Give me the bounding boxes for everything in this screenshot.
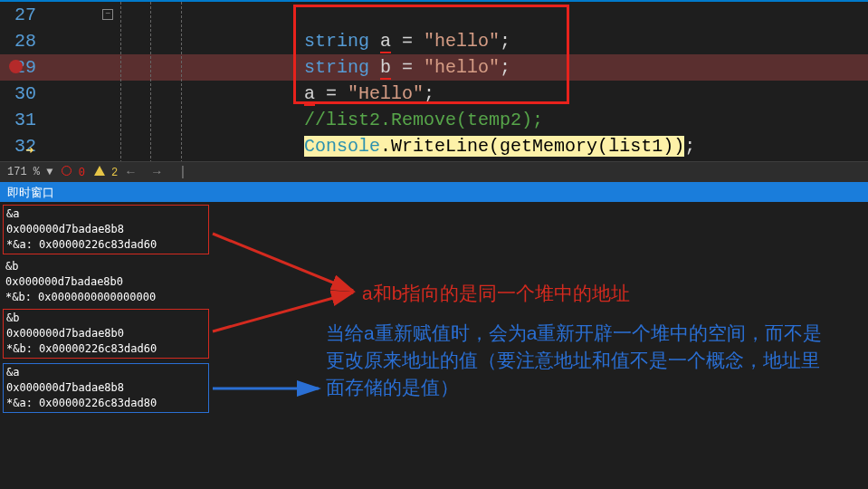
- line-number: 31: [0, 110, 42, 130]
- error-count[interactable]: 0: [62, 166, 84, 179]
- immediate-window-title[interactable]: 即时窗口: [0, 182, 868, 202]
- line-number: 28: [0, 31, 42, 52]
- memory-block-a-before: &a 0x000000d7badae8b8 *&a: 0x00000226c83…: [3, 205, 209, 254]
- annotation-text-blue: 当给a重新赋值时，会为a重新开辟一个堆中的空间，而不是更改原来地址的值（要注意地…: [326, 320, 833, 401]
- annotation-arrow-blue-icon: [208, 379, 326, 406]
- editor-statusbar: 171 % ▼ 0 2 ← → |: [0, 161, 868, 182]
- svg-line-0: [213, 234, 353, 291]
- immediate-window[interactable]: &a 0x000000d7badae8b8 *&a: 0x00000226c83…: [0, 202, 868, 489]
- memory-block-b-after: &b 0x000000d7badae8b0 *&b: 0x00000226c83…: [3, 309, 209, 359]
- zoom-level[interactable]: 171 % ▼: [7, 166, 52, 178]
- annotation-text-red: a和b指向的是同一个堆中的地址: [362, 280, 630, 307]
- current-line-arrow-icon: ➜: [25, 142, 33, 159]
- annotation-arrow-red-icon: [208, 220, 367, 302]
- indentation-guides: [116, 2, 202, 161]
- fold-icon[interactable]: −: [102, 9, 113, 20]
- line-number: 32: [0, 136, 42, 157]
- annotation-box-red: [293, 5, 569, 104]
- warning-icon: [94, 166, 105, 176]
- line-number: 27: [0, 5, 42, 25]
- memory-block-b-before: &b 0x000000d7badae8b0 *&b: 0x00000000000…: [3, 258, 209, 306]
- code-editor[interactable]: ➜ − 27 28 string a = "hello"; 29 string …: [0, 0, 868, 161]
- breakpoint-icon[interactable]: [9, 60, 23, 73]
- memory-block-a-after: &a 0x000000d7badae8b8 *&a: 0x00000226c83…: [3, 363, 209, 413]
- line-number: 30: [0, 83, 42, 104]
- warning-count[interactable]: 2: [94, 166, 118, 179]
- nav-arrows[interactable]: ← → |: [127, 165, 192, 179]
- error-icon: [62, 166, 72, 176]
